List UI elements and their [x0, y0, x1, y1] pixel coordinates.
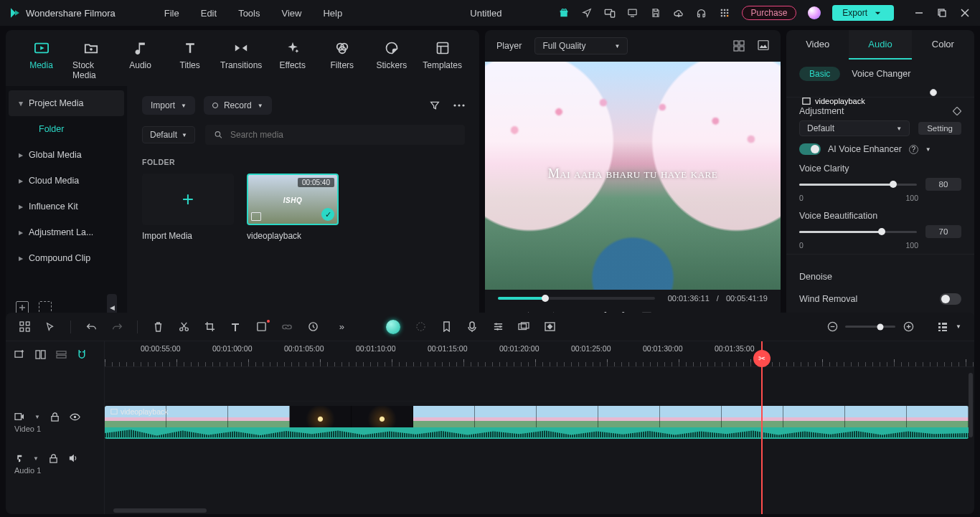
subtab-basic[interactable]: Basic [799, 67, 840, 81]
redo-button[interactable] [111, 321, 123, 333]
quality-dropdown[interactable]: Full Quality▼ [534, 37, 628, 54]
magnet-button[interactable] [77, 349, 87, 360]
image-icon[interactable] [758, 40, 769, 52]
import-dropdown[interactable]: Import▼ [142, 96, 195, 115]
menu-help[interactable]: Help [323, 8, 342, 19]
add-track-button[interactable] [14, 349, 25, 359]
inspector-tab-color[interactable]: Color [912, 30, 974, 60]
inspector-tab-audio[interactable]: Audio [849, 30, 911, 60]
horizontal-scrollbar[interactable] [113, 508, 207, 513]
close-button[interactable] [960, 8, 970, 18]
sidebar-item-project-media[interactable]: ▶Project Media [9, 90, 124, 116]
voice-beaut-slider[interactable] [799, 231, 917, 233]
tab-effects[interactable]: Effects [274, 40, 311, 70]
undo-button[interactable] [85, 321, 97, 333]
text-button[interactable] [230, 321, 241, 333]
sidebar-item-influence-kit[interactable]: ▶Influence Kit [9, 194, 124, 219]
voice-clarity-value[interactable]: 80 [925, 178, 961, 191]
link-button[interactable] [281, 321, 293, 333]
sort-dropdown[interactable]: Default▼ [142, 126, 195, 143]
timeline-tracks[interactable]: 00:00:55:00 00:01:00:00 00:01:05:00 00:0… [105, 341, 974, 514]
search-input[interactable] [230, 130, 456, 140]
marker-button[interactable] [440, 321, 452, 333]
record-dropdown[interactable]: Record▼ [204, 96, 272, 115]
audio-track-header[interactable]: ▼ Audio 1 [6, 443, 104, 485]
tab-media[interactable]: Media [23, 40, 60, 70]
voice-clarity-slider[interactable] [799, 184, 917, 186]
sidebar-item-adjustment-layer[interactable]: ▶Adjustment La... [9, 219, 124, 245]
video-track-header[interactable]: ▼ Video 1 [6, 402, 104, 443]
zoom-in-button[interactable] [903, 321, 914, 333]
sidebar-item-compound-clip[interactable]: ▶Compound Clip [9, 245, 124, 271]
menu-view[interactable]: View [281, 8, 301, 19]
layout-icon[interactable] [19, 321, 30, 333]
sidebar-item-global-media[interactable]: ▶Global Media [9, 142, 124, 168]
filter-icon[interactable] [429, 100, 440, 111]
devices-icon[interactable] [604, 7, 616, 19]
tab-transitions[interactable]: Transitions [221, 40, 261, 70]
tab-templates[interactable]: Templates [423, 40, 462, 70]
eye-icon[interactable] [70, 413, 80, 421]
split-at-playhead[interactable]: ✂ [753, 350, 771, 367]
zoom-out-button[interactable] [826, 321, 838, 333]
export-button[interactable]: Export [832, 5, 894, 21]
chevron-down-icon[interactable]: ▼ [33, 455, 39, 462]
search-box[interactable] [205, 125, 465, 145]
inspector-tab-video[interactable]: Video [786, 30, 849, 60]
keyframe-icon[interactable] [953, 107, 961, 115]
tab-titles[interactable]: Titles [171, 40, 208, 70]
timeline-ruler[interactable]: 00:00:55:00 00:01:00:00 00:01:05:00 00:0… [105, 341, 974, 367]
ai-voice-enhancer-toggle[interactable] [799, 143, 821, 155]
track-view-button[interactable] [937, 321, 948, 333]
crop-button[interactable] [204, 321, 215, 333]
marker-dots-icon[interactable] [415, 321, 426, 333]
monitor-icon[interactable] [627, 7, 639, 19]
purchase-button[interactable]: Purchase [742, 6, 797, 20]
setting-button[interactable]: Setting [918, 122, 961, 135]
gift-icon[interactable] [558, 7, 570, 19]
maximize-button[interactable] [937, 8, 947, 18]
send-icon[interactable] [581, 7, 593, 19]
history-button[interactable] [307, 321, 319, 333]
user-avatar[interactable] [808, 6, 821, 19]
speaker-icon[interactable] [68, 454, 78, 463]
chevron-down-icon[interactable]: ▼ [34, 414, 40, 420]
delete-button[interactable] [152, 321, 164, 333]
keyframe-panel-button[interactable] [544, 321, 555, 333]
apps-icon[interactable] [719, 7, 730, 19]
voice-beaut-value[interactable]: 70 [925, 225, 961, 238]
waveform-handle[interactable] [930, 89, 937, 96]
tab-audio[interactable]: Audio [122, 40, 159, 70]
cursor-icon[interactable] [44, 321, 56, 333]
preview-viewport[interactable]: Mai aaha bharu tu haye kare [485, 62, 781, 290]
chevron-down-icon[interactable]: ▼ [925, 146, 931, 153]
import-media-tile[interactable]: + Import Media [142, 174, 234, 241]
mixer-button[interactable] [492, 321, 504, 333]
zoom-slider[interactable] [845, 326, 895, 328]
subtab-voice-changer[interactable]: Voice Changer [852, 69, 910, 79]
menu-file[interactable]: File [164, 8, 179, 19]
timeline-clip[interactable]: videoplayback [105, 406, 969, 439]
cloud-icon[interactable] [673, 7, 684, 19]
ai-assistant-button[interactable] [386, 320, 400, 334]
grid-view-icon[interactable] [733, 40, 745, 52]
minimize-button[interactable] [914, 8, 924, 18]
more-tools-button[interactable]: » [333, 321, 344, 333]
chevron-down-icon[interactable]: ▼ [956, 323, 961, 330]
preset-select[interactable]: Default▼ [799, 120, 910, 136]
tab-stock-media[interactable]: Stock Media [72, 40, 109, 80]
sidebar-item-cloud-media[interactable]: ▶Cloud Media [9, 168, 124, 194]
overlay-button[interactable] [518, 321, 529, 333]
tab-stickers[interactable]: Stickers [373, 40, 410, 70]
wind-removal-toggle[interactable] [940, 293, 961, 305]
tab-filters[interactable]: Filters [324, 40, 360, 70]
mic-button[interactable] [466, 321, 478, 333]
menu-tools[interactable]: Tools [238, 8, 260, 19]
playback-slider[interactable] [498, 297, 655, 300]
save-icon[interactable] [650, 7, 661, 19]
help-icon[interactable]: ? [909, 145, 918, 154]
headphones-icon[interactable] [696, 7, 707, 19]
menu-edit[interactable]: Edit [201, 8, 217, 19]
split-button[interactable] [178, 321, 189, 333]
vertical-scrollbar[interactable] [969, 373, 973, 437]
